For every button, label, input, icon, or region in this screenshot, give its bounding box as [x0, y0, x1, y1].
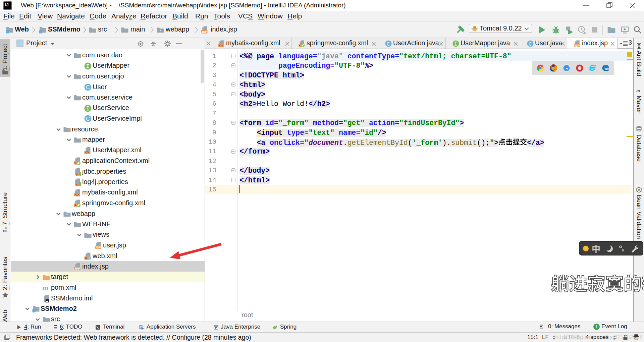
svg-text:m: m — [636, 88, 640, 93]
